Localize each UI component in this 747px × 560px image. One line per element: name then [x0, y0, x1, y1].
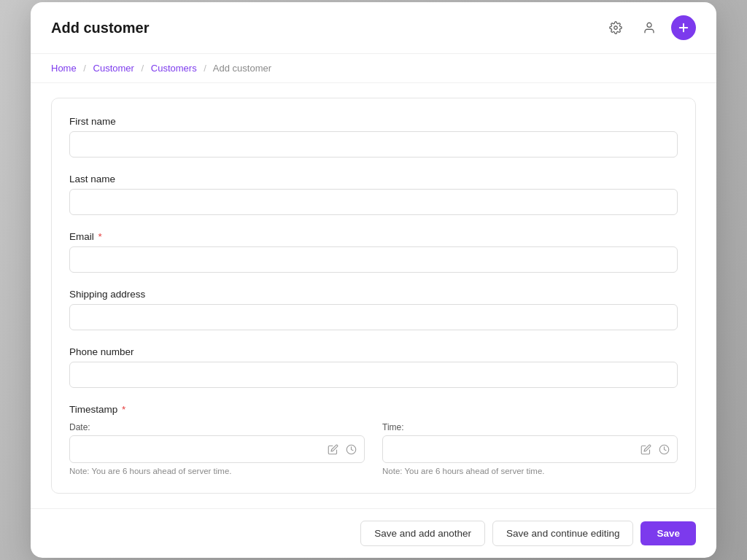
first-name-label: First name	[69, 116, 678, 127]
timestamp-required-marker: *	[122, 404, 125, 415]
date-col: Date:	[69, 422, 365, 475]
date-note: Note: You are 6 hours ahead of server ti…	[69, 467, 365, 475]
date-sublabel: Date:	[69, 422, 365, 432]
time-clock-button[interactable]	[657, 443, 671, 456]
date-input-row	[69, 435, 365, 463]
email-input[interactable]	[69, 246, 678, 273]
svg-point-0	[614, 26, 618, 30]
last-name-input[interactable]	[69, 189, 678, 215]
email-required-marker: *	[98, 231, 102, 242]
time-col: Time:	[382, 422, 678, 475]
header-actions	[604, 15, 696, 40]
svg-point-1	[647, 23, 651, 27]
breadcrumb-customer[interactable]: Customer	[93, 63, 134, 74]
add-button[interactable]	[671, 15, 696, 40]
pencil-icon	[328, 444, 338, 455]
breadcrumb-sep-2: /	[142, 63, 144, 74]
breadcrumb-customers[interactable]: Customers	[151, 63, 197, 74]
settings-button[interactable]	[604, 16, 627, 39]
plus-icon	[677, 21, 690, 34]
user-icon	[643, 21, 656, 34]
breadcrumb: Home / Customer / Customers / Add custom…	[31, 54, 716, 83]
breadcrumb-current: Add customer	[213, 63, 271, 74]
clock-icon	[346, 444, 357, 455]
last-name-group: Last name	[69, 174, 678, 215]
date-edit-button[interactable]	[326, 443, 340, 456]
time-sublabel: Time:	[382, 422, 678, 432]
breadcrumb-sep-1: /	[83, 63, 86, 74]
save-continue-button[interactable]: Save and continue editing	[492, 521, 633, 546]
timestamp-row: Date:	[69, 422, 678, 475]
settings-icon	[609, 21, 622, 34]
modal-header: Add customer	[31, 2, 716, 54]
time-note: Note: You are 6 hours ahead of server ti…	[382, 467, 678, 475]
add-customer-modal: Add customer H	[31, 2, 716, 558]
first-name-input[interactable]	[69, 131, 678, 158]
first-name-group: First name	[69, 116, 678, 158]
modal-footer: Save and add another Save and continue e…	[31, 508, 716, 558]
user-profile-button[interactable]	[638, 16, 661, 39]
shipping-address-label: Shipping address	[69, 289, 678, 300]
pencil-icon-2	[640, 444, 651, 455]
phone-number-input[interactable]	[69, 362, 678, 388]
breadcrumb-sep-3: /	[204, 63, 206, 74]
timestamp-group: Timestamp * Date:	[69, 404, 678, 475]
phone-number-group: Phone number	[69, 346, 678, 388]
save-button[interactable]: Save	[640, 521, 696, 545]
modal-title: Add customer	[51, 20, 149, 36]
time-edit-button[interactable]	[639, 443, 653, 456]
shipping-address-group: Shipping address	[69, 289, 678, 330]
save-add-another-button[interactable]: Save and add another	[360, 521, 485, 546]
shipping-address-input[interactable]	[69, 304, 678, 330]
clock-icon-2	[659, 444, 670, 455]
last-name-label: Last name	[69, 174, 678, 184]
email-group: Email *	[69, 231, 678, 273]
modal-body: First name Last name Email * Shipping ad…	[31, 83, 716, 508]
timestamp-label: Timestamp *	[69, 404, 678, 415]
time-input-row	[382, 435, 678, 463]
time-input[interactable]	[389, 439, 635, 459]
email-label: Email *	[69, 231, 678, 242]
date-clock-button[interactable]	[344, 443, 358, 456]
phone-number-label: Phone number	[69, 346, 678, 357]
breadcrumb-home[interactable]: Home	[51, 63, 77, 74]
form-card: First name Last name Email * Shipping ad…	[51, 98, 696, 494]
date-input[interactable]	[76, 439, 322, 459]
